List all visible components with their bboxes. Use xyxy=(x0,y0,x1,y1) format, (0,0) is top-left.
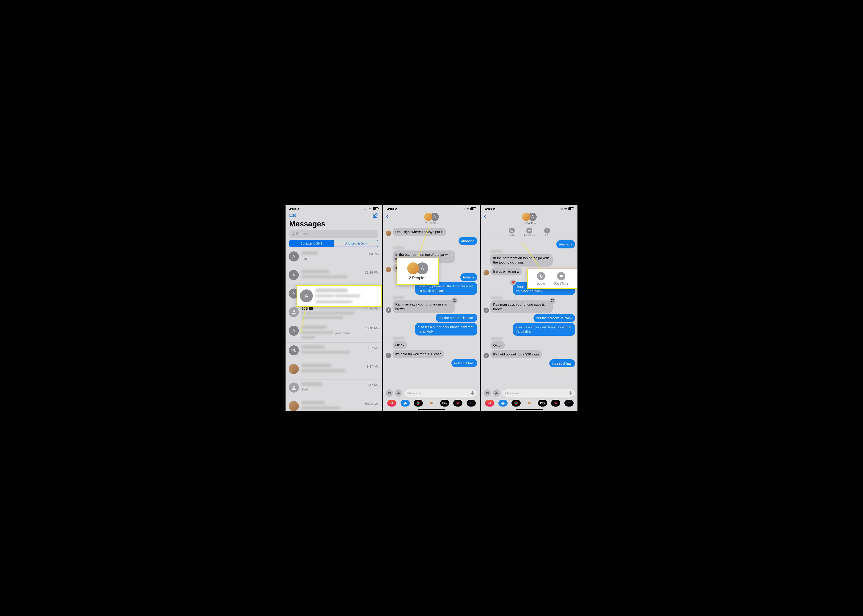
conversation-row[interactable]: 606-8012:24 PM › xyxy=(286,304,382,323)
music-app-icon[interactable] xyxy=(467,400,476,407)
signal-icon xyxy=(364,207,367,210)
svg-point-8 xyxy=(418,403,419,404)
signal-icon xyxy=(560,207,563,210)
activity-app-icon[interactable] xyxy=(511,400,520,407)
action-row: audio FaceTime iinfo xyxy=(481,226,577,239)
photos-app-icon[interactable]: 🏞 xyxy=(387,400,396,407)
conversation-row[interactable]: 9:17 AM › xyxy=(286,361,382,380)
facetime-button[interactable]: FaceTime xyxy=(554,272,568,285)
camera-icon[interactable] xyxy=(386,389,393,397)
location-icon: ➤ xyxy=(297,207,300,211)
audio-button[interactable]: audio xyxy=(508,228,515,237)
filter-segmented[interactable]: Contacts & SMS Unknown & Junk xyxy=(289,240,378,247)
message-input[interactable]: iMessage xyxy=(404,389,477,397)
chevron-right-icon: › xyxy=(379,383,380,388)
status-time: 4:03 xyxy=(289,207,296,211)
avatar: A xyxy=(484,308,489,313)
location-icon: ➤ xyxy=(493,207,496,211)
haha-reaction-icon: HAHA xyxy=(452,297,457,303)
chevron-right-icon: › xyxy=(379,326,380,331)
app-strip[interactable]: 🏞 🐵 Pay 💗 xyxy=(384,398,479,408)
audio-button[interactable]: audio xyxy=(537,272,545,285)
group-avatars[interactable]: A xyxy=(522,213,537,221)
home-indicator[interactable] xyxy=(516,409,543,410)
chat-body[interactable]: ahahaha In the bathroom on top of the ja… xyxy=(481,239,577,372)
svg-point-7 xyxy=(417,402,419,404)
avatar xyxy=(484,270,489,275)
conversation-row[interactable]: PL 10:27 AM › xyxy=(286,343,382,361)
svg-rect-0 xyxy=(373,214,377,217)
search-icon xyxy=(291,233,295,236)
applepay-app-icon[interactable]: Pay xyxy=(440,400,450,407)
callout-conversation: A xyxy=(297,285,382,306)
activity-app-icon[interactable] xyxy=(413,400,423,407)
group-avatars[interactable]: A xyxy=(424,213,439,221)
mic-icon[interactable] xyxy=(470,391,475,395)
back-button[interactable]: ‹ xyxy=(484,213,486,220)
animoji-app-icon[interactable]: 🐵 xyxy=(525,400,534,407)
edit-button[interactable]: Edit xyxy=(289,213,296,218)
compose-icon[interactable] xyxy=(373,213,378,218)
conversation-row[interactable]: 9:17 AMYay! › xyxy=(286,380,382,398)
seg-unknown[interactable]: Unknown & Junk xyxy=(334,240,378,247)
applepay-app-icon[interactable]: Pay xyxy=(538,400,547,407)
chevron-right-icon: › xyxy=(425,276,427,280)
conversation-row[interactable]: A 12:46 PM › xyxy=(286,267,382,286)
location-icon: ➤ xyxy=(395,207,398,211)
digitaltouch-app-icon[interactable]: 💗 xyxy=(551,400,560,407)
digitaltouch-app-icon[interactable]: 💗 xyxy=(453,400,462,407)
back-button[interactable]: ‹ xyxy=(386,213,388,220)
camera-icon[interactable] xyxy=(484,389,491,397)
signal-icon xyxy=(462,207,465,210)
battery-icon xyxy=(568,207,574,210)
video-icon xyxy=(527,228,532,234)
svg-point-4 xyxy=(389,393,390,394)
store-app-icon[interactable] xyxy=(401,400,410,407)
svg-point-1 xyxy=(292,233,294,235)
battery-icon xyxy=(373,207,378,210)
chat-body[interactable]: Um. Right where I always put it. ahahaha… xyxy=(384,226,479,371)
screen-chat: 4:03➤ ‹ A 2 People› Um. Right where I al… xyxy=(384,205,479,411)
status-bar: 4:03➤ xyxy=(384,205,479,212)
music-app-icon[interactable] xyxy=(564,400,574,407)
svg-point-12 xyxy=(487,393,488,394)
conversation-list: A 3:00 PMmm › A 12:46 PM › A Right on Da… xyxy=(286,249,382,411)
wifi-icon xyxy=(368,207,372,210)
chevron-right-icon: › xyxy=(437,222,438,225)
screen-chat-expanded: 4:03➤ ‹ A 2 People⌄ audio FaceTime iinfo… xyxy=(481,205,577,411)
chat-header[interactable]: ‹ A 2 People⌄ xyxy=(481,212,577,226)
page-title: Messages xyxy=(286,219,382,230)
search-input[interactable]: Search xyxy=(289,230,378,238)
chevron-right-icon: › xyxy=(379,346,380,350)
message-input[interactable]: iMessage xyxy=(502,389,575,397)
seg-contacts[interactable]: Contacts & SMS xyxy=(289,240,334,247)
status-bar: 4:03➤ xyxy=(481,205,577,212)
svg-point-2 xyxy=(293,310,295,312)
mic-icon[interactable] xyxy=(568,391,573,395)
phone-icon xyxy=(537,272,545,280)
conversation-row[interactable]: A 3:00 PMmm › xyxy=(286,249,382,267)
store-app-icon[interactable] xyxy=(498,400,508,407)
search-placeholder: Search xyxy=(296,232,308,236)
chat-header[interactable]: ‹ A 2 People› xyxy=(384,212,479,226)
appstore-icon[interactable] xyxy=(395,389,402,397)
home-indicator[interactable] xyxy=(418,409,445,410)
heart-reaction-icon: ❤️ xyxy=(510,280,516,286)
avatar: A xyxy=(484,353,489,358)
facetime-button[interactable]: FaceTime xyxy=(524,228,535,237)
avatar xyxy=(386,231,391,236)
app-strip[interactable]: 🏞 🐵 Pay 💗 xyxy=(481,398,577,408)
conversation-row[interactable]: Yesterday › xyxy=(286,398,382,411)
chevron-right-icon: › xyxy=(379,401,380,406)
chevron-right-icon: › xyxy=(379,270,380,275)
info-button[interactable]: iinfo xyxy=(544,228,550,237)
svg-rect-19 xyxy=(560,275,562,277)
status-bar: 4:03➤ xyxy=(286,205,382,212)
avatar xyxy=(386,267,391,272)
appstore-icon[interactable] xyxy=(493,389,500,397)
avatar: A xyxy=(289,270,299,280)
animoji-app-icon[interactable]: 🐵 xyxy=(427,400,436,407)
haha-reaction-icon: HAHA xyxy=(550,298,555,304)
photos-app-icon[interactable]: 🏞 xyxy=(485,400,494,407)
conversation-row[interactable]: A 10:40 AM your phone › xyxy=(286,323,382,343)
